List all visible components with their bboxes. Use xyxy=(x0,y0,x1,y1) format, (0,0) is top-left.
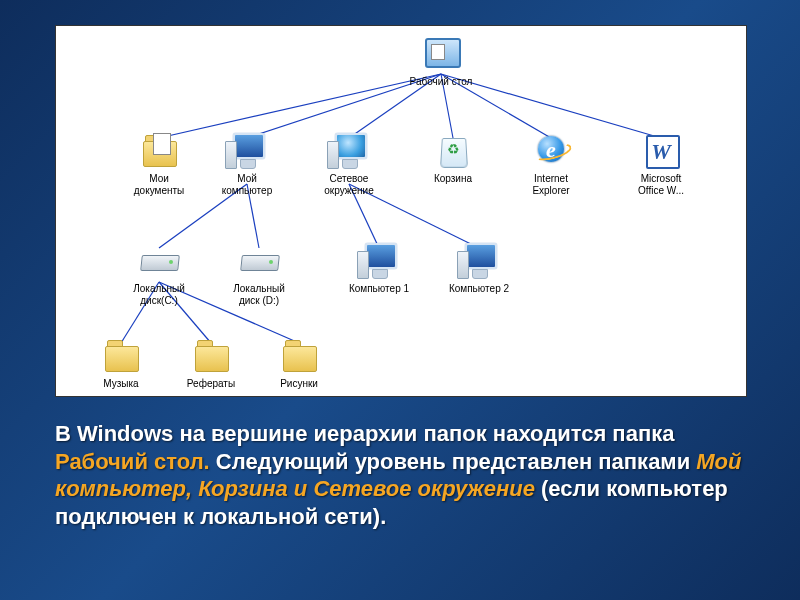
hierarchy-diagram: Рабочий столМоидокументыМойкомпьютерСете… xyxy=(55,25,747,397)
node-docs: Моидокументы xyxy=(114,131,204,197)
hard-drive-icon xyxy=(239,241,279,281)
slide-caption: В Windows на вершине иерархии папок нахо… xyxy=(55,420,745,530)
folder-icon xyxy=(279,336,319,376)
node-label: Компьютер 2 xyxy=(434,283,524,295)
internet-explorer-icon xyxy=(531,131,571,171)
node-label: Рефераты xyxy=(166,378,256,390)
node-label: Компьютер 1 xyxy=(334,283,424,295)
caption-text-1: В Windows на вершине иерархии папок нахо… xyxy=(55,421,674,446)
node-label: Локальныйдиск(C:) xyxy=(114,283,204,307)
node-ie: InternetExplorer xyxy=(506,131,596,197)
desktop-icon xyxy=(421,34,461,74)
folder-icon xyxy=(101,336,141,376)
node-label: InternetExplorer xyxy=(506,173,596,197)
node-label: Рисунки xyxy=(254,378,344,390)
recycle-bin-icon xyxy=(433,131,473,171)
node-essay: Рефераты xyxy=(166,336,256,390)
node-label: Локальныйдиск (D:) xyxy=(214,283,304,307)
node-network: Сетевоеокружение xyxy=(304,131,394,197)
computer-icon xyxy=(459,241,499,281)
caption-text-2: Следующий уровень представлен папками xyxy=(216,449,696,474)
network-icon xyxy=(329,131,369,171)
node-recycle: Корзина xyxy=(408,131,498,185)
node-diskD: Локальныйдиск (D:) xyxy=(214,241,304,307)
folder-icon xyxy=(191,336,231,376)
node-label: Корзина xyxy=(408,173,498,185)
word-icon xyxy=(641,131,681,171)
node-pc2: Компьютер 2 xyxy=(434,241,524,295)
node-pics: Рисунки xyxy=(254,336,344,390)
node-label: Моидокументы xyxy=(114,173,204,197)
node-label: Мойкомпьютер xyxy=(202,173,292,197)
node-word: MicrosoftOffice W... xyxy=(616,131,706,197)
node-root: Рабочий стол xyxy=(396,34,486,88)
computer-icon xyxy=(227,131,267,171)
folder-documents-icon xyxy=(139,131,179,171)
node-music: Музыка xyxy=(76,336,166,390)
computer-icon xyxy=(359,241,399,281)
node-mycomp: Мойкомпьютер xyxy=(202,131,292,197)
node-label: Рабочий стол xyxy=(396,76,486,88)
node-pc1: Компьютер 1 xyxy=(334,241,424,295)
node-label: Музыка xyxy=(76,378,166,390)
node-diskC: Локальныйдиск(C:) xyxy=(114,241,204,307)
node-label: MicrosoftOffice W... xyxy=(616,173,706,197)
node-label: Сетевоеокружение xyxy=(304,173,394,197)
hard-drive-icon xyxy=(139,241,179,281)
caption-highlight-desktop: Рабочий стол. xyxy=(55,449,210,474)
